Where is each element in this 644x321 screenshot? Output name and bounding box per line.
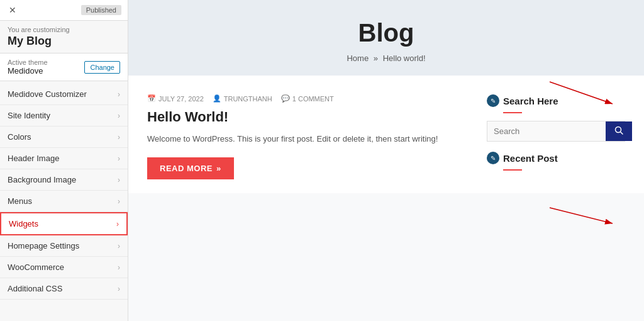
menu-item-header-image[interactable]: Header Image ›	[0, 148, 128, 169]
breadcrumb: Home » Hello world!	[141, 54, 631, 63]
post-comments: 💬 1 COMMENT	[281, 94, 334, 103]
recent-post-title-row: ✎ Recent Post	[487, 152, 625, 164]
menu-item-colors[interactable]: Colors ›	[0, 127, 128, 148]
post-date: 📅 JULY 27, 2022	[147, 94, 204, 103]
recent-post-widget: ✎ Recent Post	[487, 152, 625, 171]
svg-line-4	[550, 208, 613, 223]
post-meta: 📅 JULY 27, 2022 👤 TRUNGTHANH 💬 1 COMMENT	[147, 94, 474, 103]
breadcrumb-home: Home	[347, 54, 369, 63]
customizer-sidebar: ✕ Published You are customizing My Blog …	[0, 0, 128, 321]
chevron-icon: ›	[118, 284, 120, 293]
menu-item-medidove-customizer[interactable]: Medidove Customizer ›	[0, 84, 128, 105]
published-badge: Published	[81, 5, 121, 15]
blog-header: Blog Home » Hello world!	[128, 0, 644, 76]
search-row	[487, 121, 625, 142]
read-more-button[interactable]: READ MORE »	[147, 157, 234, 179]
chevron-icon: ›	[118, 176, 120, 184]
search-widget: ✎ Search Here	[487, 94, 625, 142]
blog-heading: Blog	[141, 19, 631, 47]
chevron-icon: ›	[118, 197, 120, 206]
menu-item-woocommerce[interactable]: WooCommerce ›	[0, 257, 128, 278]
menu-item-menus[interactable]: Menus ›	[0, 191, 128, 212]
menu-item-homepage-settings[interactable]: Homepage Settings ›	[0, 235, 128, 257]
blog-sidebar: ✎ Search Here ✎	[487, 94, 625, 181]
search-widget-title-row: ✎ Search Here	[487, 94, 625, 107]
author-icon: 👤	[213, 94, 221, 103]
comment-icon: 💬	[281, 94, 290, 103]
blog-title: My Blog	[0, 35, 128, 53]
breadcrumb-separator: »	[374, 54, 378, 63]
recent-post-title: Recent Post	[503, 153, 558, 164]
search-input[interactable]	[487, 121, 606, 141]
active-theme-section: Active theme Medidove Change	[0, 53, 128, 81]
chevron-icon: ›	[118, 263, 120, 272]
chevron-icon: ›	[118, 154, 120, 163]
double-chevron-icon: »	[216, 164, 221, 173]
search-title-underline	[503, 112, 522, 113]
chevron-icon: ›	[118, 242, 120, 251]
change-theme-button[interactable]: Change	[84, 61, 120, 74]
calendar-icon: 📅	[147, 94, 156, 103]
sidebar-header: ✕ Published	[0, 0, 128, 21]
menu-item-site-identity[interactable]: Site Identity ›	[0, 105, 128, 127]
search-button[interactable]	[606, 121, 632, 141]
svg-line-1	[621, 132, 623, 135]
chevron-icon: ›	[118, 133, 120, 142]
menu-item-additional-css[interactable]: Additional CSS ›	[0, 278, 128, 300]
chevron-icon: ›	[118, 111, 120, 120]
customizing-label: You are customizing	[0, 21, 128, 35]
search-icon	[614, 126, 623, 135]
post-excerpt: Welcome to WordPress. This is your first…	[147, 133, 474, 146]
close-button[interactable]: ✕	[6, 4, 19, 16]
menu-item-background-image[interactable]: Background Image ›	[0, 169, 128, 191]
search-widget-icon: ✎	[487, 94, 499, 107]
theme-label: Active theme	[8, 59, 48, 66]
theme-name: Medidove	[8, 66, 48, 76]
menu-item-widgets[interactable]: Widgets ›	[0, 212, 128, 235]
blog-posts: 📅 JULY 27, 2022 👤 TRUNGTHANH 💬 1 COMMENT…	[147, 94, 474, 181]
recent-post-underline	[503, 169, 522, 171]
post-author: 👤 TRUNGTHANH	[213, 94, 272, 103]
preview-area: Blog Home » Hello world! 📅 JULY 27, 2022…	[128, 0, 644, 321]
post-title: Hello World!	[147, 109, 474, 125]
chevron-icon: ›	[116, 220, 119, 228]
customizer-menu: Medidove Customizer › Site Identity › Co…	[0, 84, 128, 300]
blog-content-area: 📅 JULY 27, 2022 👤 TRUNGTHANH 💬 1 COMMENT…	[128, 76, 644, 193]
breadcrumb-current: Hello world!	[383, 54, 426, 63]
chevron-icon: ›	[118, 90, 120, 99]
search-widget-title: Search Here	[503, 96, 558, 106]
recent-post-icon: ✎	[487, 152, 499, 164]
